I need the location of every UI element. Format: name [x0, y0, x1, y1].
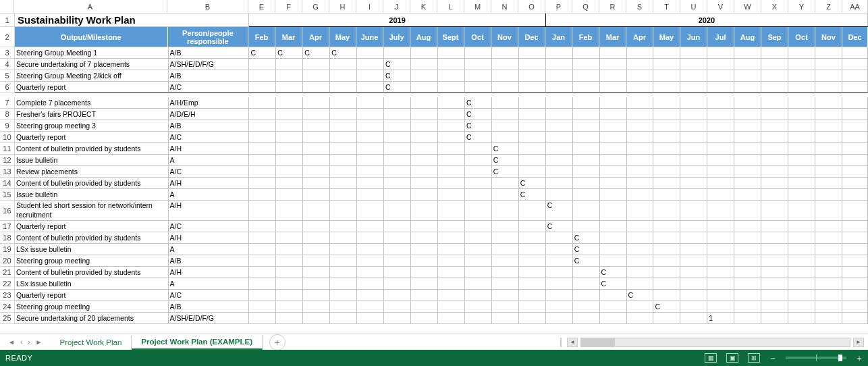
month-cell[interactable]: [653, 132, 680, 143]
month-cell[interactable]: [761, 155, 788, 166]
month-cell[interactable]: [815, 97, 842, 109]
header-output[interactable]: Output/Milestone: [15, 27, 168, 47]
row-number[interactable]: 11: [0, 143, 15, 155]
month-cell[interactable]: [761, 221, 788, 232]
people-cell[interactable]: A/C: [169, 166, 250, 178]
month-cell[interactable]: [330, 70, 357, 82]
month-cell[interactable]: [600, 290, 627, 301]
month-cell[interactable]: [411, 201, 438, 221]
month-cell[interactable]: [303, 301, 330, 313]
month-cell[interactable]: [411, 97, 438, 109]
milestone-cell[interactable]: Steering Group Meeting 2/kick off: [15, 70, 169, 82]
row-number[interactable]: 4: [0, 59, 15, 70]
month-cell[interactable]: [357, 59, 384, 70]
month-cell[interactable]: [438, 47, 465, 59]
column-header[interactable]: J: [383, 0, 410, 14]
month-cell[interactable]: [357, 278, 384, 290]
month-cell[interactable]: [438, 155, 465, 166]
month-cell[interactable]: [276, 267, 303, 278]
month-cell[interactable]: [438, 313, 465, 324]
month-cell[interactable]: [492, 290, 519, 301]
month-cell[interactable]: [465, 244, 492, 255]
month-header[interactable]: Jun: [680, 27, 707, 47]
people-cell[interactable]: A/B: [169, 255, 250, 267]
month-cell[interactable]: [842, 255, 868, 267]
month-header[interactable]: Oct: [464, 27, 491, 47]
month-cell[interactable]: [411, 278, 438, 290]
row-number[interactable]: 7: [0, 97, 15, 109]
month-cell[interactable]: [303, 155, 330, 166]
month-cell[interactable]: [788, 132, 815, 143]
month-cell[interactable]: [788, 313, 815, 324]
month-cell[interactable]: [438, 244, 465, 255]
sheet-tab-inactive[interactable]: Project Work Plan: [51, 336, 132, 349]
month-cell[interactable]: [815, 143, 842, 155]
month-cell[interactable]: [384, 97, 411, 109]
month-cell[interactable]: [465, 278, 492, 290]
month-cell[interactable]: [842, 178, 868, 189]
month-cell[interactable]: [546, 97, 573, 109]
column-header[interactable]: A: [13, 0, 167, 14]
milestone-cell[interactable]: Steering group meeting: [15, 255, 169, 267]
month-cell[interactable]: [438, 82, 465, 93]
month-cell[interactable]: [680, 221, 707, 232]
month-cell[interactable]: [761, 278, 788, 290]
month-cell[interactable]: [411, 70, 438, 82]
column-header[interactable]: P: [545, 0, 572, 14]
month-cell[interactable]: [411, 132, 438, 143]
month-cell[interactable]: [680, 109, 707, 120]
month-header[interactable]: Sept: [437, 27, 464, 47]
milestone-cell[interactable]: Steering group meeting: [15, 301, 169, 313]
month-cell[interactable]: [734, 244, 761, 255]
month-cell[interactable]: [761, 166, 788, 178]
month-cell[interactable]: [438, 201, 465, 221]
month-cell[interactable]: C: [465, 132, 492, 143]
column-header[interactable]: V: [707, 0, 734, 14]
month-cell[interactable]: [384, 232, 411, 244]
month-header[interactable]: Nov: [491, 27, 518, 47]
month-cell[interactable]: [815, 155, 842, 166]
zoom-thumb[interactable]: [838, 355, 842, 361]
row-number[interactable]: 25: [0, 313, 15, 324]
month-cell[interactable]: [734, 178, 761, 189]
month-cell[interactable]: [357, 244, 384, 255]
month-cell[interactable]: [357, 267, 384, 278]
month-cell[interactable]: [492, 70, 519, 82]
row-number[interactable]: 22: [0, 278, 15, 290]
header-people[interactable]: Person/people responsible: [168, 27, 248, 47]
month-cell[interactable]: [357, 132, 384, 143]
milestone-cell[interactable]: Fresher's fairs PROJECT: [15, 109, 169, 120]
month-cell[interactable]: [465, 221, 492, 232]
month-cell[interactable]: [384, 290, 411, 301]
month-cell[interactable]: [438, 97, 465, 109]
month-cell[interactable]: [546, 143, 573, 155]
month-cell[interactable]: [788, 109, 815, 120]
month-cell[interactable]: [330, 244, 357, 255]
row-number[interactable]: 12: [0, 155, 15, 166]
column-header[interactable]: E: [248, 0, 275, 14]
scroll-right-button[interactable]: ►: [853, 338, 864, 347]
month-cell[interactable]: [653, 290, 680, 301]
month-cell[interactable]: [734, 278, 761, 290]
month-cell[interactable]: C: [546, 221, 573, 232]
month-cell[interactable]: [357, 97, 384, 109]
month-cell[interactable]: [788, 178, 815, 189]
month-cell[interactable]: [788, 97, 815, 109]
row-number[interactable]: 8: [0, 109, 15, 120]
month-cell[interactable]: [788, 255, 815, 267]
month-cell[interactable]: [519, 244, 546, 255]
month-cell[interactable]: [788, 278, 815, 290]
month-cell[interactable]: [303, 290, 330, 301]
month-cell[interactable]: [627, 166, 654, 178]
month-cell[interactable]: [384, 221, 411, 232]
month-cell[interactable]: [465, 47, 492, 59]
month-cell[interactable]: [734, 143, 761, 155]
month-header[interactable]: Jan: [545, 27, 572, 47]
row-number[interactable]: 9: [0, 120, 15, 132]
month-cell[interactable]: [276, 120, 303, 132]
month-cell[interactable]: [384, 255, 411, 267]
month-cell[interactable]: [815, 201, 842, 221]
month-cell[interactable]: [249, 290, 276, 301]
month-cell[interactable]: [249, 301, 276, 313]
month-cell[interactable]: [411, 166, 438, 178]
